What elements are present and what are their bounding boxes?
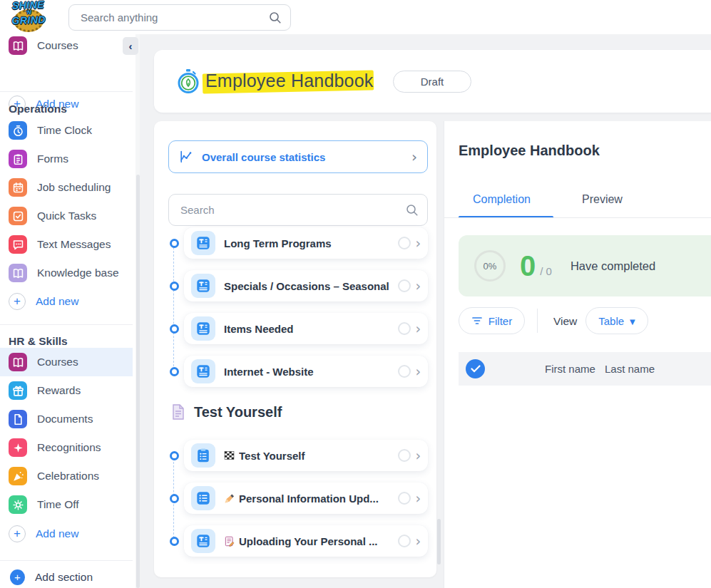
search-icon bbox=[269, 11, 282, 24]
chevron-right-icon: › bbox=[415, 449, 421, 463]
search-icon bbox=[406, 204, 419, 217]
app-logo[interactable]: SHINE 'N GRIND bbox=[4, 0, 53, 34]
sidebar-item-icon bbox=[9, 150, 27, 168]
course-item-title: Items Needed bbox=[224, 323, 395, 335]
completion-percent-ring: 0% bbox=[474, 250, 506, 282]
select-all-checkbox[interactable] bbox=[466, 359, 485, 378]
sidebar-item-label: Courses bbox=[37, 356, 78, 368]
course-item-items-needed[interactable]: Items Needed › bbox=[184, 313, 428, 344]
sidebar-item-text-messages[interactable]: Text Messages bbox=[0, 230, 133, 259]
course-item-title: Specials / Occasions – Seasonal bbox=[224, 280, 395, 292]
timeline-dot-icon bbox=[170, 324, 179, 334]
stats-button-label: Overall course statistics bbox=[202, 151, 404, 163]
sidebar-item-icon bbox=[9, 264, 27, 282]
sidebar-item-label: Knowledge base bbox=[37, 267, 119, 279]
sidebar-item-quick-tasks[interactable]: Quick Tasks bbox=[0, 202, 133, 230]
timeline-dot-icon bbox=[170, 367, 179, 376]
global-search-input[interactable] bbox=[69, 11, 269, 24]
sidebar-item-icon bbox=[9, 178, 27, 197]
progress-circle-icon bbox=[398, 492, 411, 505]
sidebar-item-icon bbox=[9, 381, 27, 400]
sidebar-item-time-clock[interactable]: Time Clock bbox=[0, 116, 133, 145]
course-item-long-term-programs[interactable]: Long Term Programs › bbox=[184, 227, 428, 259]
sidebar-item-label: Time Off bbox=[37, 498, 79, 511]
filter-icon bbox=[471, 316, 483, 326]
course-item-icon bbox=[191, 359, 215, 383]
status-badge[interactable]: Draft bbox=[393, 71, 471, 93]
sidebar-item-courses-top[interactable]: Courses bbox=[0, 34, 133, 60]
sidebar-item-icon bbox=[9, 353, 27, 371]
emoji-icon bbox=[224, 450, 235, 461]
sidebar-item-recognitions[interactable]: Recognitions bbox=[0, 433, 133, 462]
course-title: Employee Handbook bbox=[205, 71, 374, 91]
course-item-title: Internet - Website bbox=[224, 366, 395, 378]
course-item-title: Test Yourself bbox=[239, 450, 395, 462]
column-header-first-name[interactable]: First name bbox=[545, 363, 595, 375]
add-section-button[interactable]: + Add section bbox=[10, 563, 93, 588]
timeline-dot-icon bbox=[170, 239, 179, 248]
plus-icon: + bbox=[10, 569, 25, 585]
tab-preview[interactable]: Preview bbox=[582, 193, 623, 206]
emoji-icon bbox=[224, 493, 235, 504]
view-label: View bbox=[553, 315, 577, 328]
sidebar-item-forms[interactable]: Forms bbox=[0, 145, 133, 173]
sidebar-item-label: Time Clock bbox=[37, 124, 92, 137]
course-item-icon bbox=[191, 274, 215, 298]
courses-icon bbox=[9, 36, 27, 55]
sidebar-item-knowledge-base[interactable]: Knowledge base bbox=[0, 259, 133, 287]
sidebar-item-time-off[interactable]: Time Off bbox=[0, 490, 133, 519]
completed-label: Have completed bbox=[571, 259, 655, 273]
divider bbox=[0, 560, 133, 561]
chevron-right-icon: › bbox=[411, 150, 417, 164]
sidebar-item-rewards[interactable]: Rewards bbox=[0, 376, 133, 405]
progress-circle-icon bbox=[398, 237, 411, 249]
sidebar-item-icon bbox=[9, 207, 27, 225]
timeline-dot-icon bbox=[170, 494, 179, 503]
sidebar-item-icon bbox=[9, 467, 27, 485]
chevron-right-icon: › bbox=[415, 365, 421, 378]
divider bbox=[0, 91, 133, 92]
course-item-test-yourself[interactable]: Test Yourself › bbox=[184, 440, 428, 471]
chevron-right-icon: › bbox=[415, 322, 421, 336]
course-detail-panel: Employee Handbook Completion Preview 0% … bbox=[444, 121, 711, 588]
progress-circle-icon bbox=[398, 449, 411, 462]
view-mode-dropdown[interactable]: Table ▼ bbox=[585, 307, 648, 334]
tab-completion[interactable]: Completion bbox=[473, 193, 531, 206]
add-new-hr-button[interactable]: + Add new bbox=[9, 520, 78, 548]
chart-line-icon bbox=[179, 149, 195, 165]
course-search-input[interactable] bbox=[169, 204, 406, 216]
sidebar-collapse-button[interactable]: ‹ bbox=[123, 37, 138, 55]
completed-total: / 0 bbox=[540, 265, 552, 277]
stopwatch-leaf-icon bbox=[175, 68, 201, 94]
course-item-specials-occasions-seasonal[interactable]: Specials / Occasions – Seasonal › bbox=[184, 270, 428, 301]
sidebar-item-label: Celebrations bbox=[37, 470, 99, 483]
course-item-uploading-your-personal[interactable]: Uploading Your Personal ... › bbox=[184, 525, 428, 557]
filter-button[interactable]: Filter bbox=[459, 307, 525, 334]
hr-skills-items: Courses Rewards Documents Recognitions C… bbox=[0, 348, 133, 519]
course-panel-scrollbar-thumb[interactable] bbox=[437, 519, 441, 564]
course-item-personal-information-upd[interactable]: Personal Information Upd... › bbox=[184, 483, 428, 514]
sidebar-item-celebrations[interactable]: Celebrations bbox=[0, 462, 133, 490]
add-new-operations-button[interactable]: + Add new bbox=[9, 287, 78, 316]
course-item-title: Uploading Your Personal ... bbox=[239, 535, 395, 547]
course-item-title: Personal Information Upd... bbox=[239, 492, 395, 505]
sidebar-item-icon bbox=[9, 410, 27, 428]
global-search bbox=[68, 4, 291, 31]
timeline-dot-icon bbox=[170, 451, 179, 460]
course-items-top: Long Term Programs › Specials / Occasion… bbox=[184, 227, 428, 398]
section-title-operations: Operations bbox=[9, 103, 67, 115]
sidebar-item-documents[interactable]: Documents bbox=[0, 405, 133, 433]
column-header-last-name[interactable]: Last name bbox=[605, 363, 655, 375]
sidebar-item-job-scheduling[interactable]: Job scheduling bbox=[0, 173, 133, 202]
sidebar-item-icon bbox=[9, 235, 27, 254]
add-new-label: Add new bbox=[36, 527, 78, 540]
chevron-down-icon: ▼ bbox=[630, 318, 635, 326]
section-header: Test Yourself bbox=[171, 403, 282, 421]
page-icon bbox=[171, 403, 185, 421]
overall-course-statistics-button[interactable]: Overall course statistics › bbox=[168, 140, 428, 173]
course-item-icon bbox=[191, 231, 215, 255]
sidebar-item-courses[interactable]: Courses bbox=[0, 348, 133, 376]
course-item-internet-website[interactable]: Internet - Website › bbox=[184, 356, 428, 387]
sidebar-scrollbar-thumb[interactable] bbox=[136, 175, 140, 588]
sidebar-item-label: Courses bbox=[37, 39, 78, 52]
